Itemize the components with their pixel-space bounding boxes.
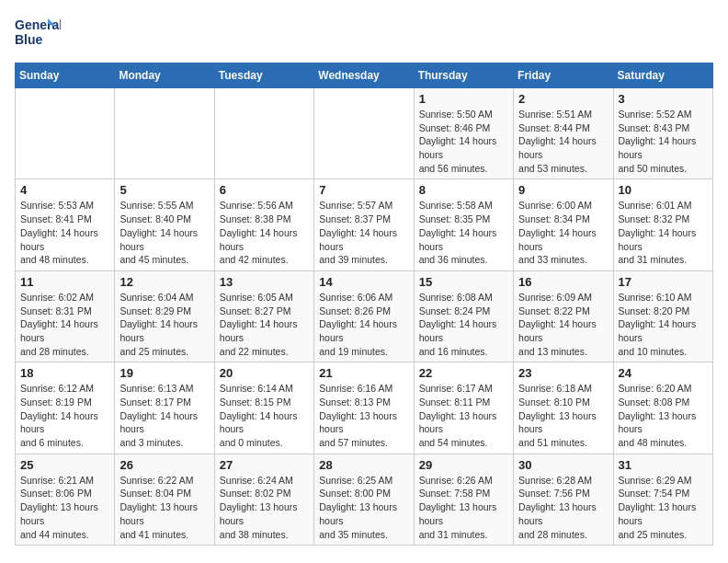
day-number: 29: [419, 458, 508, 472]
day-info: Sunrise: 6:10 AMSunset: 8:20 PMDaylight:…: [619, 291, 708, 358]
day-number: 7: [319, 183, 408, 197]
day-cell: 17Sunrise: 6:10 AMSunset: 8:20 PMDayligh…: [613, 270, 712, 362]
day-cell: [214, 88, 313, 179]
day-number: 14: [319, 275, 408, 289]
day-cell: 8Sunrise: 5:58 AMSunset: 8:35 PMDaylight…: [414, 179, 513, 270]
page-header: General Blue: [15, 15, 713, 53]
day-cell: 7Sunrise: 5:57 AMSunset: 8:37 PMDaylight…: [314, 179, 414, 270]
day-info: Sunrise: 6:21 AMSunset: 8:06 PMDaylight:…: [20, 474, 109, 541]
weekday-monday: Monday: [115, 63, 214, 88]
day-number: 13: [220, 275, 309, 289]
day-info: Sunrise: 6:17 AMSunset: 8:11 PMDaylight:…: [419, 382, 508, 449]
weekday-sunday: Sunday: [16, 63, 115, 88]
day-info: Sunrise: 6:13 AMSunset: 8:17 PMDaylight:…: [119, 382, 209, 449]
day-number: 31: [619, 458, 708, 472]
day-info: Sunrise: 6:24 AMSunset: 8:02 PMDaylight:…: [220, 474, 309, 541]
calendar-table: SundayMondayTuesdayWednesdayThursdayFrid…: [15, 63, 713, 546]
day-cell: 30Sunrise: 6:28 AMSunset: 7:56 PMDayligh…: [514, 454, 613, 545]
day-cell: 2Sunrise: 5:51 AMSunset: 8:44 PMDaylight…: [514, 88, 613, 179]
day-cell: 29Sunrise: 6:26 AMSunset: 7:58 PMDayligh…: [414, 454, 513, 545]
day-number: 24: [619, 366, 708, 380]
day-number: 8: [419, 183, 508, 197]
day-cell: 11Sunrise: 6:02 AMSunset: 8:31 PMDayligh…: [16, 270, 115, 362]
day-cell: 21Sunrise: 6:16 AMSunset: 8:13 PMDayligh…: [314, 362, 414, 454]
weekday-thursday: Thursday: [414, 63, 513, 88]
day-cell: 10Sunrise: 6:01 AMSunset: 8:32 PMDayligh…: [613, 179, 712, 270]
day-info: Sunrise: 6:16 AMSunset: 8:13 PMDaylight:…: [319, 382, 408, 449]
logo: General Blue: [15, 15, 61, 53]
day-number: 5: [119, 183, 209, 197]
day-cell: 31Sunrise: 6:29 AMSunset: 7:54 PMDayligh…: [613, 454, 712, 545]
week-row-1: 1Sunrise: 5:50 AMSunset: 8:46 PMDaylight…: [16, 88, 713, 179]
weekday-saturday: Saturday: [613, 63, 712, 88]
day-cell: 15Sunrise: 6:08 AMSunset: 8:24 PMDayligh…: [414, 270, 513, 362]
day-cell: 23Sunrise: 6:18 AMSunset: 8:10 PMDayligh…: [514, 362, 613, 454]
weekday-friday: Friday: [514, 63, 613, 88]
day-cell: 28Sunrise: 6:25 AMSunset: 8:00 PMDayligh…: [314, 454, 414, 545]
day-number: 15: [419, 275, 508, 289]
day-cell: 6Sunrise: 5:56 AMSunset: 8:38 PMDaylight…: [214, 179, 313, 270]
day-info: Sunrise: 5:52 AMSunset: 8:43 PMDaylight:…: [619, 108, 708, 175]
weekday-header-row: SundayMondayTuesdayWednesdayThursdayFrid…: [16, 63, 713, 88]
day-number: 25: [20, 458, 109, 472]
day-number: 4: [20, 183, 109, 197]
day-number: 26: [119, 458, 209, 472]
day-number: 18: [20, 366, 109, 380]
day-info: Sunrise: 6:05 AMSunset: 8:27 PMDaylight:…: [220, 291, 309, 358]
day-number: 2: [518, 92, 608, 106]
day-cell: 14Sunrise: 6:06 AMSunset: 8:26 PMDayligh…: [314, 270, 414, 362]
day-cell: 25Sunrise: 6:21 AMSunset: 8:06 PMDayligh…: [16, 454, 115, 545]
day-info: Sunrise: 6:04 AMSunset: 8:29 PMDaylight:…: [119, 291, 209, 358]
day-info: Sunrise: 6:12 AMSunset: 8:19 PMDaylight:…: [20, 382, 109, 449]
day-cell: 13Sunrise: 6:05 AMSunset: 8:27 PMDayligh…: [214, 270, 313, 362]
day-info: Sunrise: 5:55 AMSunset: 8:40 PMDaylight:…: [119, 199, 209, 266]
week-row-4: 18Sunrise: 6:12 AMSunset: 8:19 PMDayligh…: [16, 362, 713, 454]
weekday-tuesday: Tuesday: [214, 63, 313, 88]
week-row-2: 4Sunrise: 5:53 AMSunset: 8:41 PMDaylight…: [16, 179, 713, 270]
day-number: 6: [220, 183, 309, 197]
day-cell: 16Sunrise: 6:09 AMSunset: 8:22 PMDayligh…: [514, 270, 613, 362]
day-cell: 9Sunrise: 6:00 AMSunset: 8:34 PMDaylight…: [514, 179, 613, 270]
day-info: Sunrise: 5:51 AMSunset: 8:44 PMDaylight:…: [518, 108, 608, 175]
day-info: Sunrise: 6:26 AMSunset: 7:58 PMDaylight:…: [419, 474, 508, 541]
day-cell: 27Sunrise: 6:24 AMSunset: 8:02 PMDayligh…: [214, 454, 313, 545]
day-info: Sunrise: 5:50 AMSunset: 8:46 PMDaylight:…: [419, 108, 508, 175]
week-row-5: 25Sunrise: 6:21 AMSunset: 8:06 PMDayligh…: [16, 454, 713, 545]
day-number: 10: [619, 183, 708, 197]
day-cell: [16, 88, 115, 179]
day-number: 1: [419, 92, 508, 106]
day-info: Sunrise: 6:09 AMSunset: 8:22 PMDaylight:…: [518, 291, 608, 358]
day-cell: 24Sunrise: 6:20 AMSunset: 8:08 PMDayligh…: [613, 362, 712, 454]
day-info: Sunrise: 5:57 AMSunset: 8:37 PMDaylight:…: [319, 199, 408, 266]
day-cell: 1Sunrise: 5:50 AMSunset: 8:46 PMDaylight…: [414, 88, 513, 179]
day-info: Sunrise: 6:18 AMSunset: 8:10 PMDaylight:…: [518, 382, 608, 449]
week-row-3: 11Sunrise: 6:02 AMSunset: 8:31 PMDayligh…: [16, 270, 713, 362]
day-number: 27: [220, 458, 309, 472]
day-info: Sunrise: 6:06 AMSunset: 8:26 PMDaylight:…: [319, 291, 408, 358]
svg-text:Blue: Blue: [15, 32, 43, 47]
day-info: Sunrise: 6:00 AMSunset: 8:34 PMDaylight:…: [518, 199, 608, 266]
day-number: 16: [518, 275, 608, 289]
day-number: 17: [619, 275, 708, 289]
day-cell: 22Sunrise: 6:17 AMSunset: 8:11 PMDayligh…: [414, 362, 513, 454]
day-number: 12: [119, 275, 209, 289]
day-cell: 18Sunrise: 6:12 AMSunset: 8:19 PMDayligh…: [16, 362, 115, 454]
day-cell: [115, 88, 214, 179]
day-number: 22: [419, 366, 508, 380]
day-info: Sunrise: 6:01 AMSunset: 8:32 PMDaylight:…: [619, 199, 708, 266]
day-number: 21: [319, 366, 408, 380]
day-info: Sunrise: 5:58 AMSunset: 8:35 PMDaylight:…: [419, 199, 508, 266]
day-cell: 19Sunrise: 6:13 AMSunset: 8:17 PMDayligh…: [115, 362, 214, 454]
day-number: 19: [119, 366, 209, 380]
day-cell: 12Sunrise: 6:04 AMSunset: 8:29 PMDayligh…: [115, 270, 214, 362]
day-cell: 3Sunrise: 5:52 AMSunset: 8:43 PMDaylight…: [613, 88, 712, 179]
day-number: 28: [319, 458, 408, 472]
day-info: Sunrise: 6:02 AMSunset: 8:31 PMDaylight:…: [20, 291, 109, 358]
day-info: Sunrise: 6:14 AMSunset: 8:15 PMDaylight:…: [220, 382, 309, 449]
day-cell: [314, 88, 414, 179]
day-info: Sunrise: 6:25 AMSunset: 8:00 PMDaylight:…: [319, 474, 408, 541]
weekday-wednesday: Wednesday: [314, 63, 414, 88]
day-cell: 26Sunrise: 6:22 AMSunset: 8:04 PMDayligh…: [115, 454, 214, 545]
day-info: Sunrise: 6:20 AMSunset: 8:08 PMDaylight:…: [619, 382, 708, 449]
day-info: Sunrise: 6:28 AMSunset: 7:56 PMDaylight:…: [518, 474, 608, 541]
